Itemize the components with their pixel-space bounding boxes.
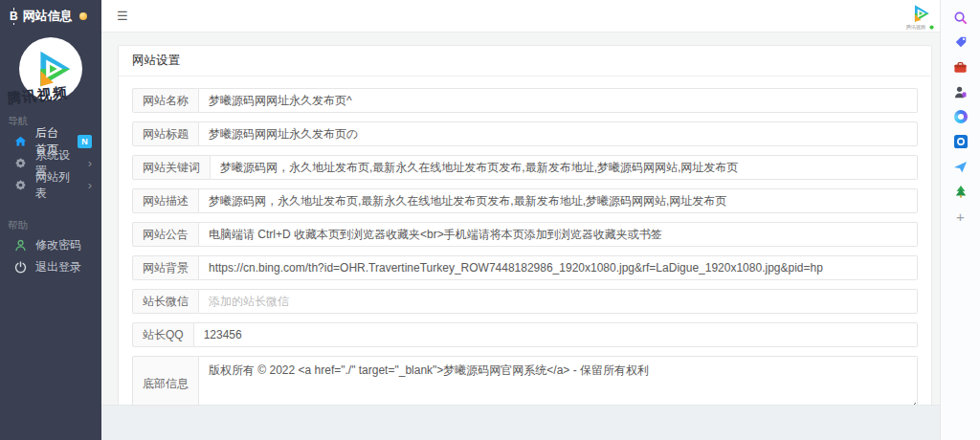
field-label: 网站公告 — [132, 222, 199, 247]
chevron-right-icon: › — [88, 157, 92, 169]
toolbox-icon[interactable] — [952, 58, 969, 76]
sidebar-item-logout[interactable]: 退出登录 — [0, 256, 101, 278]
outlook-icon[interactable] — [952, 133, 969, 150]
add-icon[interactable]: + — [952, 208, 969, 225]
browser-side-toolbar: + — [940, 0, 980, 440]
page-footer-band — [101, 405, 940, 440]
search-icon[interactable] — [952, 9, 969, 26]
form-row: 网站标题 — [132, 121, 918, 146]
new-badge: N — [78, 135, 92, 148]
brand: B 网站信息 — [0, 0, 101, 25]
site-background-input[interactable] — [199, 255, 918, 280]
sidebar-item-label: 退出登录 — [35, 259, 81, 275]
field-label: 站长QQ — [132, 322, 194, 347]
tag-icon[interactable] — [952, 33, 969, 51]
menu-toggle-icon[interactable]: ☰ — [117, 10, 128, 22]
send-plane-icon[interactable] — [952, 158, 969, 175]
site-logo: 腾讯视频 — [19, 37, 82, 100]
form-row: 站长QQ — [132, 322, 918, 347]
field-label: 网站名称 — [132, 88, 199, 113]
footer-info-textarea[interactable]: 版权所有 © 2022 <a href="./" target="_blank"… — [199, 356, 918, 411]
site-keywords-input[interactable] — [211, 155, 918, 180]
logout-icon — [14, 261, 27, 274]
form-row: 网站描述 — [132, 188, 918, 213]
gear-icon — [14, 179, 27, 191]
contacts-icon[interactable] — [952, 83, 969, 100]
site-title-input[interactable] — [199, 121, 918, 146]
sidebar-item-label: 修改密码 — [35, 237, 81, 253]
gear-icon — [14, 157, 27, 169]
form-row: 站长微信 — [132, 289, 918, 314]
sidebar: B 网站信息 腾讯视频 导航 后台首页 N — [0, 0, 101, 440]
form-row: 网站背景 — [132, 255, 918, 280]
site-announcement-input[interactable] — [199, 222, 918, 247]
field-label: 网站标题 — [132, 121, 199, 146]
tencent-video-logo-icon — [909, 3, 930, 24]
coin-icon — [79, 12, 87, 20]
browser-logo-icon[interactable] — [952, 108, 969, 125]
site-description-input[interactable] — [199, 188, 918, 213]
top-bar: ☰ 腾讯视频 — [101, 0, 940, 33]
sidebar-item-site-list[interactable]: 网站列表 › — [0, 174, 101, 196]
site-name-input[interactable] — [199, 88, 918, 113]
sidebar-item-label: 网站列表 — [35, 169, 79, 202]
brand-title: 网站信息 — [23, 8, 73, 25]
webmaster-wechat-input[interactable] — [199, 289, 918, 314]
user-icon — [14, 239, 27, 252]
field-label: 网站描述 — [132, 188, 199, 213]
field-label: 底部信息 — [132, 356, 199, 411]
form-row: 网站关键词 — [132, 155, 918, 180]
field-label: 网站关键词 — [132, 155, 211, 180]
panel-body: 网站名称 网站标题 网站关键词 网站描述 — [119, 77, 931, 440]
form-row: 网站名称 — [132, 88, 918, 113]
tree-icon[interactable] — [952, 183, 969, 200]
webmaster-qq-input[interactable] — [194, 322, 918, 347]
header-logo-caption: 腾讯视频 — [906, 24, 925, 32]
form-row: 底部信息 版权所有 © 2022 <a href="./" target="_b… — [132, 356, 918, 411]
help-section-label: 帮助 — [0, 196, 101, 234]
site-settings-panel: 网站设置 网站名称 网站标题 网站关键词 网站 — [118, 45, 932, 440]
plus-glyph: + — [956, 209, 965, 224]
chevron-right-icon: › — [88, 179, 92, 191]
home-icon — [14, 135, 27, 147]
form-row: 网站公告 — [132, 222, 918, 247]
bitcoin-icon: B — [10, 10, 18, 23]
content-area: 网站设置 网站名称 网站标题 网站关键词 网站 — [101, 33, 940, 440]
status-dot-icon — [929, 25, 933, 29]
main-area: ☰ 腾讯视频 网站设置 网站名 — [101, 0, 940, 440]
sidebar-item-change-password[interactable]: 修改密码 — [0, 234, 101, 256]
field-label: 网站背景 — [132, 255, 199, 280]
field-label: 站长微信 — [132, 289, 199, 314]
admin-page: B 网站信息 腾讯视频 导航 后台首页 N — [0, 0, 980, 440]
header-logo: 腾讯视频 — [904, 3, 934, 32]
panel-title: 网站设置 — [119, 46, 931, 77]
